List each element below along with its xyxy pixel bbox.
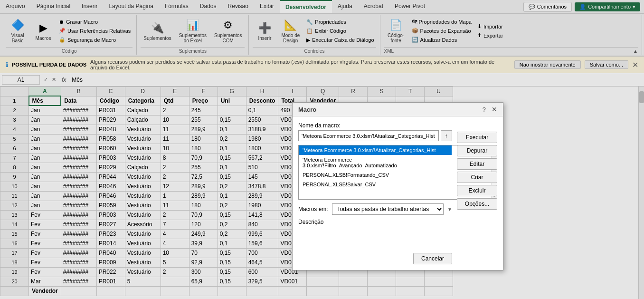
macro-dialog: Macro ? ✕ Nome da macro: ↑ 'Meteora Ecom… [292,102,503,270]
macro-list-item-1[interactable]: 'Meteora Ecommerce 3.0.xlsm'!Filtro_Avan… [299,155,452,170]
editar-button[interactable]: Editar [457,158,497,170]
excluir-button[interactable]: Excluir [457,185,497,196]
executar-button[interactable]: Executar [457,132,497,143]
cancel-button[interactable]: Cancelar [413,253,452,264]
macro-list-item-2[interactable]: PERSONAL.XLSB!Formatando_CSV [299,170,452,180]
macro-titlebar: Macro ? ✕ [293,103,503,116]
criar-button[interactable]: Criar [457,172,497,183]
help-icon[interactable]: ? [483,106,486,113]
description-content [298,227,497,251]
modal-controls: ? ✕ [483,106,497,113]
dropdown-arrow-icon: ▼ [447,207,452,212]
macros-in-label: Macros em: [298,206,328,212]
close-icon[interactable]: ✕ [492,106,497,113]
macro-name-input[interactable] [298,130,439,141]
opcoes-button[interactable]: Opções... [457,198,497,210]
macro-list-item-3[interactable]: PERSONAL.XLSB!Salvar_CSV [299,180,452,189]
macro-name-label: Nome da macro: [298,122,497,129]
description-label: Descrição [298,219,497,225]
depurar-button[interactable]: Depurar [457,145,497,156]
macro-list-item-0[interactable]: 'Meteora Ecommerce 3.0.xlsm'!Atualizar_C… [299,145,452,155]
macro-upload-button[interactable]: ↑ [441,130,453,141]
macro-body: Nome da macro: ↑ 'Meteora Ecommerce 3.0.… [293,116,503,270]
macros-in-dropdown[interactable]: Todas as pastas de trabalho abertas [332,203,444,215]
macro-title: Macro [298,106,316,113]
macro-buttons-col: Executar Depurar Editar Criar Excluir Op… [457,132,497,210]
